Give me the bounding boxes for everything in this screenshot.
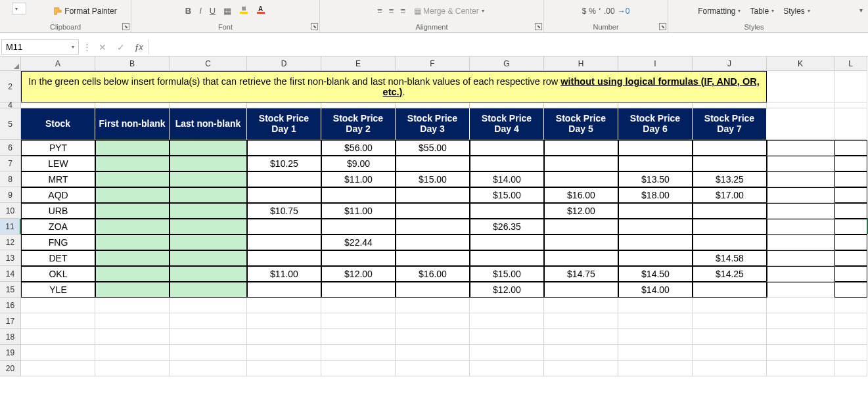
column-header-C[interactable]: C: [170, 56, 247, 71]
cells-area[interactable]: In the green cells below insert formula(…: [21, 71, 867, 376]
last-nonblank-cell[interactable]: [170, 140, 247, 156]
price-cell[interactable]: [396, 250, 470, 266]
select-all-corner[interactable]: [0, 56, 21, 71]
column-header-I[interactable]: I: [618, 56, 693, 71]
cell-empty[interactable]: [396, 313, 470, 329]
formula-confirm-button[interactable]: ✓: [112, 38, 130, 56]
price-cell[interactable]: [247, 140, 321, 156]
price-cell[interactable]: [544, 235, 618, 250]
price-cell[interactable]: [247, 282, 321, 298]
last-nonblank-cell[interactable]: [170, 187, 247, 203]
first-nonblank-cell[interactable]: [95, 219, 170, 235]
column-header-J[interactable]: J: [693, 56, 767, 71]
cell-empty[interactable]: [834, 102, 867, 108]
price-cell[interactable]: $15.00: [470, 187, 544, 203]
cell-empty[interactable]: [470, 345, 544, 361]
alignment-launcher[interactable]: ⬊: [535, 23, 542, 30]
price-cell[interactable]: [396, 282, 470, 298]
price-cell[interactable]: [321, 282, 396, 298]
price-cell[interactable]: $14.25: [693, 266, 767, 282]
column-header-A[interactable]: A: [21, 56, 95, 71]
row-header-14[interactable]: 14: [0, 266, 21, 282]
row-header-15[interactable]: 15: [0, 282, 21, 298]
price-cell[interactable]: [396, 187, 470, 203]
cell-empty[interactable]: [834, 187, 867, 203]
cell-empty[interactable]: [21, 329, 95, 345]
cell-empty[interactable]: [693, 345, 767, 361]
price-cell[interactable]: [544, 282, 618, 298]
column-header-H[interactable]: H: [544, 56, 618, 71]
table-header[interactable]: Last non-blank: [170, 108, 247, 140]
last-nonblank-cell[interactable]: [170, 219, 247, 235]
cell-empty[interactable]: [618, 102, 693, 108]
price-cell[interactable]: [544, 219, 618, 235]
stock-name-cell[interactable]: URB: [21, 203, 95, 219]
formula-cancel-button[interactable]: ✕: [93, 38, 112, 56]
stock-name-cell[interactable]: MRT: [21, 171, 95, 187]
stock-name-cell[interactable]: FNG: [21, 235, 95, 250]
merge-center-button[interactable]: ▦ Merge & Center ▾: [412, 6, 486, 16]
row-header-17[interactable]: 17: [0, 313, 21, 329]
row-header-6[interactable]: 6: [0, 140, 21, 156]
cell-empty[interactable]: [95, 345, 170, 361]
clipboard-launcher[interactable]: ⬊: [122, 23, 129, 30]
price-cell[interactable]: [247, 235, 321, 250]
cell-empty[interactable]: [544, 298, 618, 313]
first-nonblank-cell[interactable]: [95, 187, 170, 203]
price-cell[interactable]: [470, 203, 544, 219]
price-cell[interactable]: [618, 250, 693, 266]
cell-empty[interactable]: [693, 361, 767, 376]
table-header[interactable]: Stock Price Day 6: [618, 108, 693, 140]
price-cell[interactable]: $11.00: [321, 203, 396, 219]
cell-empty[interactable]: [693, 313, 767, 329]
price-cell[interactable]: $14.00: [618, 282, 693, 298]
cell-empty[interactable]: [834, 345, 867, 361]
table-header[interactable]: Stock Price Day 3: [396, 108, 470, 140]
bold-button[interactable]: B: [185, 6, 191, 16]
column-header-L[interactable]: L: [834, 56, 867, 71]
price-cell[interactable]: [693, 156, 767, 171]
price-cell[interactable]: $17.00: [693, 187, 767, 203]
price-cell[interactable]: [247, 219, 321, 235]
cell-empty[interactable]: [95, 313, 170, 329]
cell-empty[interactable]: [321, 329, 396, 345]
ribbon-collapse-button[interactable]: ▾: [859, 7, 863, 14]
cell-empty[interactable]: [321, 298, 396, 313]
cell-empty[interactable]: [95, 329, 170, 345]
cell-empty[interactable]: [767, 203, 834, 219]
price-cell[interactable]: $16.00: [544, 187, 618, 203]
last-nonblank-cell[interactable]: [170, 156, 247, 171]
table-header[interactable]: Stock Price Day 1: [247, 108, 321, 140]
row-header-16[interactable]: 16: [0, 298, 21, 313]
price-cell[interactable]: [693, 282, 767, 298]
cell-empty[interactable]: [834, 313, 867, 329]
cell-empty[interactable]: [470, 361, 544, 376]
cell-empty[interactable]: [470, 313, 544, 329]
cell-empty[interactable]: [767, 171, 834, 187]
first-nonblank-cell[interactable]: [95, 156, 170, 171]
cell-empty[interactable]: [834, 329, 867, 345]
cell-empty[interactable]: [767, 329, 834, 345]
table-header[interactable]: Stock Price Day 4: [470, 108, 544, 140]
italic-button[interactable]: I: [199, 6, 202, 16]
price-cell[interactable]: [470, 156, 544, 171]
price-cell[interactable]: [470, 235, 544, 250]
cell-empty[interactable]: [618, 329, 693, 345]
decimal-decrease-icon[interactable]: .00: [604, 7, 615, 16]
cell-empty[interactable]: [544, 313, 618, 329]
cell-empty[interactable]: [21, 345, 95, 361]
price-cell[interactable]: $10.25: [247, 156, 321, 171]
cell-empty[interactable]: [767, 102, 834, 108]
row-header-5[interactable]: 5: [0, 108, 21, 140]
cell-empty[interactable]: [834, 203, 867, 219]
stock-name-cell[interactable]: YLE: [21, 282, 95, 298]
row-header-2[interactable]: 2: [0, 71, 21, 102]
row-header-9[interactable]: 9: [0, 187, 21, 203]
align-left-icon[interactable]: ≡: [377, 6, 382, 16]
cell-empty[interactable]: [544, 329, 618, 345]
price-cell[interactable]: [544, 250, 618, 266]
cell-empty[interactable]: [767, 250, 834, 266]
stock-name-cell[interactable]: OKL: [21, 266, 95, 282]
first-nonblank-cell[interactable]: [95, 235, 170, 250]
cell-empty[interactable]: [21, 102, 95, 108]
